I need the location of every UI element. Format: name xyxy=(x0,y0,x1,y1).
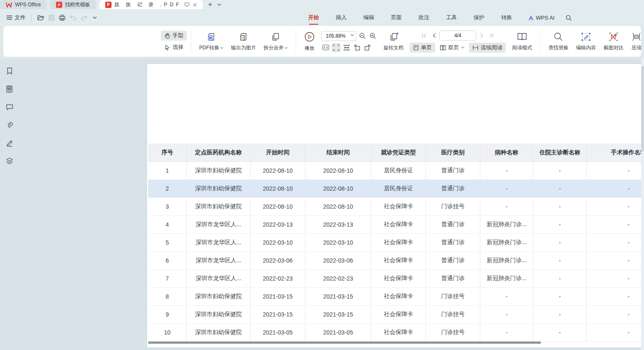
read-mode-icon xyxy=(517,32,527,42)
bookmark-icon[interactable] xyxy=(5,67,14,75)
edit-content-button[interactable]: 编辑内容 xyxy=(572,32,600,51)
table-cell: - xyxy=(587,162,641,180)
layers-icon[interactable] xyxy=(5,157,14,165)
chevron-down-icon xyxy=(350,34,354,36)
table-horizontal-scrollbar[interactable] xyxy=(148,342,541,344)
export-image-button[interactable]: 输出为图片 xyxy=(227,32,260,51)
new-tab-button[interactable]: + xyxy=(205,0,215,9)
split-merge-button[interactable]: 拆分合并 xyxy=(260,32,292,51)
rotate-left-icon[interactable] xyxy=(352,43,362,52)
screenshot-compare-icon xyxy=(609,32,619,42)
column-header: 病种名称 xyxy=(480,143,533,162)
wps-ai-label: WPS AI xyxy=(536,15,555,21)
find-replace-button[interactable]: 查找替换 xyxy=(545,32,572,51)
table-cell: - xyxy=(533,162,587,180)
thumbnail-icon[interactable] xyxy=(5,85,14,93)
tab-document-pdf[interactable]: P 就 医 记 录 .PDF xyxy=(99,0,203,9)
play-button[interactable]: 播放 xyxy=(300,31,319,52)
comment-icon[interactable] xyxy=(5,103,14,111)
table-cell: 门诊挂号 xyxy=(426,306,480,324)
first-page-icon[interactable] xyxy=(420,31,428,40)
table-cell: - xyxy=(480,288,533,306)
tab-docer-templates[interactable]: 找稻壳模板 xyxy=(50,0,96,9)
rotate-right-icon[interactable] xyxy=(363,43,372,52)
table-cell: - xyxy=(587,216,641,234)
hand-tool-button[interactable]: 手型 xyxy=(161,31,187,41)
rotate-document-button[interactable]: 旋转文档 xyxy=(380,32,407,51)
tab-wps-office[interactable]: WPS Office xyxy=(0,0,47,9)
attachment-icon[interactable] xyxy=(5,121,14,129)
menu-convert[interactable]: 转换 xyxy=(501,11,512,24)
quick-access-dropdown-icon[interactable] xyxy=(89,13,100,23)
table-cell: 普通门诊 xyxy=(426,216,480,234)
screenshot-compare-label: 截图对比 xyxy=(603,44,624,51)
column-header: 序号 xyxy=(148,143,187,162)
read-mode-label: 阅读模式 xyxy=(512,44,532,51)
table-row: 1深圳市妇幼保健院2022-08-102022-08-10居民身份证普通门诊--… xyxy=(148,162,641,180)
chevron-down-icon xyxy=(284,47,288,49)
close-icon[interactable] xyxy=(193,3,197,7)
menu-comment[interactable]: 批注 xyxy=(418,11,429,24)
table-cell: 2022-03-13 xyxy=(251,216,305,234)
compress-button[interactable]: 压缩 xyxy=(627,32,644,51)
continuous-read-button[interactable]: 连续阅读 xyxy=(469,43,506,53)
annotate-pen-icon[interactable] xyxy=(5,139,14,147)
wps-logo-icon xyxy=(6,2,12,8)
open-folder-button[interactable] xyxy=(35,13,46,23)
next-page-icon[interactable] xyxy=(477,31,486,40)
table-cell: 2021-03-15 xyxy=(305,306,371,324)
screenshot-compare-button[interactable]: 截图对比 xyxy=(600,32,627,51)
single-page-button[interactable]: 单页 xyxy=(410,43,435,53)
double-page-button[interactable]: 双页 xyxy=(436,43,468,53)
zoom-in-icon[interactable] xyxy=(368,31,377,41)
table-cell: 2021-03-15 xyxy=(251,288,305,306)
tabs-dropdown-icon[interactable] xyxy=(216,0,223,9)
prev-page-icon[interactable] xyxy=(430,31,438,40)
divider xyxy=(191,31,191,52)
redo-button[interactable] xyxy=(79,13,89,23)
select-tool-button[interactable]: 选择 xyxy=(161,42,187,52)
menu-protect[interactable]: 保护 xyxy=(474,11,484,24)
file-menu-button[interactable]: 文件 xyxy=(4,12,28,23)
table-cell: 深圳市妇幼保健院 xyxy=(187,306,251,324)
table-cell: 6 xyxy=(148,252,187,270)
table-cell: - xyxy=(480,180,533,198)
scrollbar-thumb[interactable] xyxy=(641,66,644,152)
zoom-out-icon[interactable] xyxy=(357,31,367,41)
save-button[interactable] xyxy=(46,13,57,23)
table-cell: 10 xyxy=(148,324,187,342)
read-mode-button[interactable]: 阅读模式 xyxy=(508,32,536,51)
undo-button[interactable] xyxy=(68,13,79,23)
print-button[interactable] xyxy=(57,13,68,23)
last-page-icon[interactable] xyxy=(487,31,495,40)
tab-label: 找稻壳模板 xyxy=(65,1,90,8)
table-cell: 2021-03-05 xyxy=(305,324,371,342)
fit-width-icon[interactable] xyxy=(342,43,351,52)
table-header-row: 序号 定点医药机构名称 开始时间 结束时间 就诊凭证类型 医疗类别 病种名称 住… xyxy=(148,143,641,162)
table-body: 1深圳市妇幼保健院2022-08-102022-08-10居民身份证普通门诊--… xyxy=(148,162,641,342)
monitor-icon[interactable] xyxy=(184,2,190,7)
menu-edit[interactable]: 编辑 xyxy=(363,11,374,24)
page-indicator-input[interactable] xyxy=(439,31,476,41)
menu-page[interactable]: 页面 xyxy=(391,11,402,24)
vertical-scrollbar[interactable] xyxy=(641,59,644,350)
menu-wps-ai[interactable]: WPS AI xyxy=(528,15,555,21)
fit-page-icon[interactable] xyxy=(332,43,341,52)
play-icon xyxy=(304,31,315,42)
column-header: 医疗类别 xyxy=(426,143,480,162)
table-cell: - xyxy=(480,162,533,180)
actual-size-icon[interactable]: 1:1 xyxy=(321,43,330,52)
search-icon[interactable] xyxy=(565,15,572,21)
table-cell: - xyxy=(587,324,641,342)
table-cell: 门诊挂号 xyxy=(426,198,480,216)
table-cell: - xyxy=(533,270,587,288)
table-row: 3深圳市妇幼保健院2022-08-102022-08-10社会保障卡门诊挂号--… xyxy=(148,198,641,216)
table-cell: 深圳市妇幼保健院 xyxy=(187,180,251,198)
rotate-doc-icon xyxy=(388,32,399,42)
menu-insert[interactable]: 插入 xyxy=(336,11,347,24)
pdf-convert-button[interactable]: PDF转换 xyxy=(195,32,227,51)
table-cell: - xyxy=(480,198,533,216)
menu-tools[interactable]: 工具 xyxy=(446,11,457,24)
menu-home[interactable]: 开始 xyxy=(308,11,319,24)
table-row: 10深圳市妇幼保健院2021-03-052021-03-05社会保障卡门诊挂号-… xyxy=(148,324,641,342)
